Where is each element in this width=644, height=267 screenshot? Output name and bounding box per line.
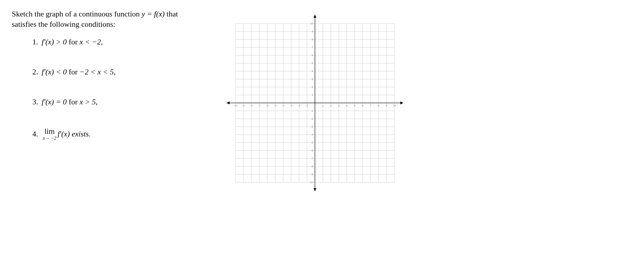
prompt-line1-post: that [165, 10, 178, 18]
coordinate-grid: -10-9-8-7-6-5-4-3-2-112345678910-10-9-8-… [212, 9, 418, 197]
svg-text:4: 4 [312, 70, 313, 73]
svg-text:-5: -5 [274, 104, 276, 107]
svg-text:-9: -9 [242, 104, 245, 107]
svg-text:1: 1 [312, 94, 313, 96]
svg-text:-6: -6 [266, 104, 268, 107]
condition-lhs: f′(x) > 0 [42, 38, 67, 46]
svg-text:-9: -9 [311, 173, 313, 176]
condition-rhs: x > 5, [79, 98, 98, 106]
svg-text:8: 8 [312, 38, 313, 41]
svg-marker-44 [400, 101, 403, 104]
condition-rhs: x < −2, [79, 38, 103, 46]
svg-text:-1: -1 [311, 109, 313, 112]
svg-text:7: 7 [312, 46, 313, 49]
condition-4: 4. lim x→ −2 f′(x) exists. [32, 128, 194, 141]
grid-svg: -10-9-8-7-6-5-4-3-2-112345678910-10-9-8-… [221, 9, 409, 197]
condition-2: 2. f′(x) < 0 for −2 < x < 5, [32, 68, 194, 76]
condition-mid: for [67, 68, 79, 76]
svg-text:6: 6 [312, 54, 313, 57]
svg-text:-10: -10 [233, 104, 237, 107]
svg-text:-6: -6 [311, 149, 313, 152]
svg-text:-7: -7 [258, 104, 260, 107]
svg-marker-46 [313, 15, 316, 18]
condition-number: 1. [32, 38, 38, 46]
svg-text:10: 10 [393, 104, 396, 107]
limit-after: f′(x) exists. [57, 130, 91, 138]
svg-text:7: 7 [370, 104, 371, 107]
svg-marker-45 [227, 101, 230, 104]
svg-text:-8: -8 [311, 165, 313, 168]
condition-number: 2. [32, 68, 38, 76]
svg-text:-4: -4 [311, 133, 313, 136]
svg-text:-8: -8 [250, 104, 253, 107]
condition-number: 3. [32, 98, 38, 106]
svg-text:-7: -7 [311, 157, 313, 160]
svg-text:9: 9 [386, 104, 387, 107]
svg-text:5: 5 [354, 104, 355, 107]
svg-text:9: 9 [312, 30, 313, 33]
svg-text:-1: -1 [306, 104, 308, 107]
svg-text:10: 10 [310, 22, 313, 25]
svg-text:-4: -4 [282, 104, 284, 107]
svg-text:-3: -3 [311, 125, 313, 128]
condition-number: 4. [32, 130, 38, 138]
svg-text:6: 6 [362, 104, 363, 107]
condition-3: 3. f′(x) = 0 for x > 5, [32, 98, 194, 106]
svg-text:4: 4 [346, 104, 347, 107]
prompt-line1-pre: Sketch the graph of a continuous functio… [12, 10, 142, 18]
svg-text:2: 2 [330, 104, 331, 107]
condition-lhs: f′(x) = 0 [42, 98, 67, 106]
condition-1: 1. f′(x) > 0 for x < −2, [32, 38, 194, 46]
svg-text:3: 3 [312, 78, 313, 81]
conditions-list: 1. f′(x) > 0 for x < −2, 2. f′(x) < 0 fo… [12, 38, 194, 141]
svg-text:1: 1 [322, 104, 323, 107]
svg-text:-2: -2 [311, 117, 313, 120]
svg-marker-47 [313, 188, 316, 191]
svg-text:8: 8 [378, 104, 379, 107]
prompt-text: Sketch the graph of a continuous functio… [12, 9, 194, 29]
prompt-line2: satisfies the following conditions: [12, 20, 115, 29]
prompt-line1-math: y = f(x) [142, 10, 165, 18]
condition-lhs: f′(x) < 0 [42, 68, 67, 76]
limit-bottom: x→ −2 [43, 136, 57, 141]
svg-text:5: 5 [312, 62, 313, 65]
svg-text:-2: -2 [298, 104, 300, 107]
condition-mid: for [67, 98, 79, 106]
limit-top: lim [44, 128, 55, 135]
svg-text:-10: -10 [309, 181, 313, 184]
limit-expression: lim x→ −2 [43, 128, 57, 141]
svg-text:-3: -3 [290, 104, 292, 107]
svg-text:3: 3 [338, 104, 339, 107]
svg-text:-5: -5 [311, 141, 313, 144]
condition-mid: for [67, 38, 79, 46]
svg-text:2: 2 [312, 86, 313, 89]
condition-rhs: −2 < x < 5, [79, 68, 116, 76]
